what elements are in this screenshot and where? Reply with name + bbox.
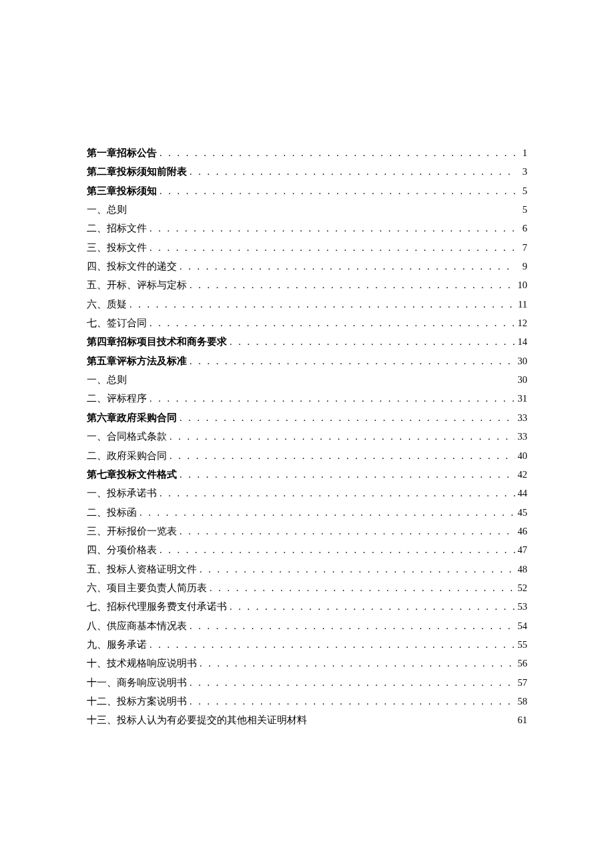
toc-title: 第七章投标文件格式 — [87, 468, 177, 481]
toc-page-number: 9 — [515, 260, 527, 273]
toc-leader — [147, 222, 515, 235]
toc-entry: 一、总则30 — [87, 374, 527, 386]
toc-title: 十、技术规格响应说明书 — [87, 657, 197, 670]
toc-page-number: 31 — [515, 392, 527, 405]
toc-entry: 一、合同格式条款33 — [87, 430, 527, 443]
toc-title: 第二章投标须知前附表 — [87, 165, 187, 178]
toc-page-number: 48 — [515, 563, 527, 576]
toc-title: 二、招标文件 — [87, 222, 147, 235]
toc-entry: 十一、商务响应说明书57 — [87, 677, 527, 689]
toc-title: 八、供应商基本情况表 — [87, 620, 187, 632]
toc-title: 五、投标人资格证明文件 — [87, 563, 197, 576]
toc-title: 六、项目主要负责人简历表 — [87, 582, 207, 594]
toc-title: 二、评标程序 — [87, 392, 147, 405]
toc-entry: 十、技术规格响应说明书56 — [87, 657, 527, 670]
toc-page-number: 42 — [515, 468, 527, 481]
toc-leader — [187, 355, 515, 368]
toc-page-number: 10 — [515, 279, 527, 292]
toc-page-number: 11 — [515, 298, 527, 311]
toc-leader — [197, 657, 515, 670]
toc-title: 四、投标文件的递交 — [87, 260, 177, 273]
toc-entry: 三、投标文件7 — [87, 242, 527, 254]
toc-entry: 十二、投标方案说明书58 — [87, 695, 527, 708]
toc-title: 九、服务承诺 — [87, 638, 147, 651]
toc-leader — [187, 677, 515, 689]
toc-leader — [187, 620, 515, 632]
toc-page-number: 14 — [515, 336, 527, 348]
toc-page-number: 52 — [515, 582, 527, 594]
toc-title: 一、投标承诺书 — [87, 487, 157, 500]
toc-page-number: 7 — [515, 242, 527, 254]
toc-leader — [177, 260, 515, 273]
toc-entry: 第七章投标文件格式42 — [87, 468, 527, 481]
toc-leader — [147, 317, 515, 330]
toc-entry: 六、项目主要负责人简历表52 — [87, 582, 527, 594]
toc-page-number: 12 — [515, 317, 527, 330]
toc-page-number: 30 — [515, 355, 527, 368]
toc-leader — [227, 600, 515, 613]
toc-entry: 三、开标报价一览表46 — [87, 525, 527, 538]
toc-entry: 五、投标人资格证明文件48 — [87, 563, 527, 576]
toc-page-number: 5 — [515, 203, 527, 216]
toc-leader — [177, 468, 515, 481]
toc-leader — [207, 582, 515, 594]
toc-page-number: 33 — [515, 412, 527, 424]
toc-leader — [187, 165, 515, 178]
table-of-contents: 第一章招标公告1第二章投标须知前附表3第三章投标须知5一、总则5二、招标文件6三… — [87, 147, 527, 727]
toc-leader — [147, 638, 515, 651]
toc-entry: 二、政府采购合同40 — [87, 450, 527, 462]
toc-leader — [157, 487, 515, 500]
toc-page-number: 46 — [515, 525, 527, 538]
toc-title: 六、质疑 — [87, 298, 127, 311]
toc-title: 四、分项价格表 — [87, 544, 157, 556]
toc-page-number: 33 — [515, 430, 527, 443]
toc-entry: 第二章投标须知前附表3 — [87, 165, 527, 178]
toc-entry: 一、投标承诺书44 — [87, 487, 527, 500]
toc-entry: 五、开标、评标与定标10 — [87, 279, 527, 292]
toc-leader — [147, 242, 515, 254]
toc-entry: 九、服务承诺55 — [87, 638, 527, 651]
toc-page-number: 5 — [515, 185, 527, 197]
toc-leader — [167, 450, 515, 462]
toc-page-number: 30 — [515, 374, 527, 386]
toc-entry: 十三、投标人认为有必要提交的其他相关证明材料61 — [87, 714, 527, 727]
toc-leader — [227, 336, 515, 348]
toc-entry: 二、招标文件6 — [87, 222, 527, 235]
toc-entry: 二、评标程序31 — [87, 392, 527, 405]
toc-title: 三、开标报价一览表 — [87, 525, 177, 538]
toc-leader — [187, 279, 515, 292]
toc-entry: 四、分项价格表47 — [87, 544, 527, 556]
toc-leader — [167, 430, 515, 443]
toc-entry: 二、投标函45 — [87, 506, 527, 519]
toc-page-number: 53 — [515, 600, 527, 613]
toc-leader — [177, 412, 515, 424]
toc-page-number: 57 — [515, 677, 527, 689]
toc-entry: 一、总则5 — [87, 203, 527, 216]
toc-title: 第一章招标公告 — [87, 147, 157, 159]
toc-entry: 七、签订合同12 — [87, 317, 527, 330]
toc-entry: 第一章招标公告1 — [87, 147, 527, 159]
toc-leader — [157, 147, 515, 159]
toc-title: 第三章投标须知 — [87, 185, 157, 197]
toc-title: 第六章政府采购合同 — [87, 412, 177, 424]
toc-title: 三、投标文件 — [87, 242, 147, 254]
toc-page-number: 55 — [515, 638, 527, 651]
toc-page-number: 61 — [515, 714, 527, 727]
toc-leader — [187, 695, 515, 708]
toc-title: 第四章招标项目技术和商务要求 — [87, 336, 227, 348]
toc-title: 五、开标、评标与定标 — [87, 279, 187, 292]
toc-entry: 七、招标代理服务费支付承诺书53 — [87, 600, 527, 613]
toc-entry: 第三章投标须知5 — [87, 185, 527, 197]
toc-title: 二、政府采购合同 — [87, 450, 167, 462]
toc-page-number: 44 — [515, 487, 527, 500]
toc-page-number: 40 — [515, 450, 527, 462]
toc-title: 二、投标函 — [87, 506, 137, 519]
toc-leader — [157, 185, 515, 197]
toc-page-number: 54 — [515, 620, 527, 632]
toc-leader — [177, 525, 515, 538]
toc-leader — [197, 563, 515, 576]
toc-page-number: 47 — [515, 544, 527, 556]
toc-entry: 四、投标文件的递交9 — [87, 260, 527, 273]
toc-title: 七、招标代理服务费支付承诺书 — [87, 600, 227, 613]
toc-page-number: 3 — [515, 165, 527, 178]
